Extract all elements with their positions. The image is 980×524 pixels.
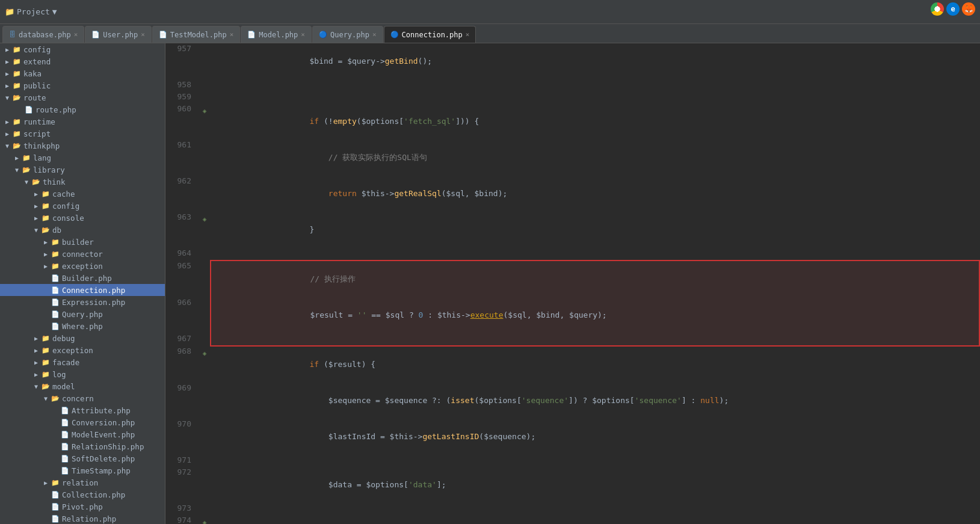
tab-label-model: Model.php [259,31,298,39]
folder-icon-kaka: 📁 [12,69,22,78]
arrow-exception2: ▶ [31,347,41,354]
folder-icon-runtime: 📁 [12,117,22,126]
tree-item-collection-php[interactable]: 📄 Collection.php [0,489,165,501]
tree-item-attribute-php[interactable]: 📄 Attribute.php [0,404,165,416]
tab-user-php[interactable]: 📄 User.php × [85,26,151,43]
code-editor[interactable]: 957 $bind = $query->getBind(); 958 959 [165,43,980,524]
tab-close-database[interactable]: × [74,31,78,39]
tree-item-expression-php[interactable]: 📄 Expression.php [0,296,165,308]
folder-icon-thinkphp: 📂 [12,141,22,150]
tree-item-connection-php[interactable]: 📄 Connection.php [0,284,165,296]
arrow-public: ▶ [2,82,12,89]
tab-connection-php[interactable]: 🔵 Connection.php × [384,26,476,43]
code-token: $bind [536,310,559,319]
label-softdelete-php: SoftDelete.php [72,454,135,463]
tree-item-public[interactable]: ▶ 📁 public [0,79,165,91]
tree-item-debug[interactable]: ▶ 📁 debug [0,332,165,344]
tree-item-runtime[interactable]: ▶ 📁 runtime [0,116,165,128]
tab-icon-connection: 🔵 [390,31,399,39]
code-token: , [527,310,537,319]
folder-icon-connector: 📁 [51,249,60,259]
tree-item-relationship-php[interactable]: 📄 RelationShip.php [0,440,165,452]
icon-connection-php: 📄 [51,285,60,295]
tree-item-script[interactable]: ▶ 📁 script [0,128,165,140]
tree-item-concern[interactable]: ▼ 📂 concern [0,392,165,404]
code-token: = [348,310,357,319]
gutter-974: ◈ [199,515,211,524]
edge-icon[interactable]: e [946,2,960,16]
tree-item-pivot-php[interactable]: 📄 Pivot.php [0,501,165,513]
code-token: $bind [475,189,498,198]
tree-item-conversion-php[interactable]: 📄 Conversion.php [0,416,165,428]
tab-close-query[interactable]: × [372,31,377,39]
tab-close-user[interactable]: × [141,31,145,39]
code-table: 957 $bind = $query->getBind(); 958 959 [165,43,980,524]
arrow-route: ▼ [2,94,12,101]
tree-item-extend[interactable]: ▶ 📁 extend [0,55,165,67]
tree-item-where-php[interactable]: 📄 Where.php [0,320,165,332]
tree-item-kaka[interactable]: ▶ 📁 kaka [0,67,165,79]
tab-testmodel-php[interactable]: 📄 TestModel.php × [152,26,241,43]
tree-item-console[interactable]: ▶ 📁 console [0,212,165,224]
tree-item-lang[interactable]: ▶ 📁 lang [0,152,165,164]
tree-item-relation-php[interactable]: 📄 Relation.php [0,513,165,524]
label-config2: config [52,202,79,211]
tab-close-testmodel[interactable]: × [230,31,234,39]
firefox-icon[interactable]: 🦊 [962,2,975,16]
label-connector: connector [62,250,103,259]
chrome-icon[interactable] [931,2,944,16]
tree-item-timestamp-php[interactable]: 📄 TimeStamp.php [0,464,165,476]
tab-icon-testmodel: 📄 [159,31,167,39]
project-dropdown[interactable]: 📁 Project ▼ [5,7,57,16]
tree-item-exception[interactable]: ▶ 📁 exception [0,260,165,272]
code-token: , [465,189,475,198]
label-exception2: exception [52,346,93,355]
tree-item-model[interactable]: ▼ 📂 model [0,380,165,392]
tree-item-connector[interactable]: ▶ 📁 connector [0,248,165,260]
table-row: 964 [165,248,979,260]
icon-query-php: 📄 [51,309,60,319]
tree-item-route-php[interactable]: 📄 route.php [0,103,165,116]
code-token: ]; [437,480,446,489]
folder-icon-model: 📂 [41,381,51,391]
tab-query-php[interactable]: 🔵 Query.php × [312,26,383,43]
code-token: ? [409,310,419,319]
label-relation-php: Relation.php [62,514,116,523]
tree-item-route[interactable]: ▼ 📂 route [0,91,165,103]
arrow-script: ▶ [2,131,12,137]
tree-item-config[interactable]: ▶ 📁 config [0,43,165,55]
code-content-957: $bind = $query->getBind(); [211,43,979,79]
label-exception: exception [62,262,103,271]
line-number: 965 [165,260,199,297]
folder-icon-route: 📂 [12,93,22,102]
tree-item-builder[interactable]: ▶ 📁 builder [0,236,165,248]
tree-item-thinkphp[interactable]: ▼ 📂 thinkphp [0,140,165,152]
tab-close-model[interactable]: × [301,31,305,39]
arrow-connector: ▶ [41,251,51,257]
tab-database-php[interactable]: 🗄 database.php × [2,26,84,43]
tree-item-softdelete-php[interactable]: 📄 SoftDelete.php [0,452,165,464]
code-token: ?: ( [432,396,451,405]
gutter-964 [199,248,211,260]
label-query-php: Query.php [62,310,103,319]
tree-item-exception2[interactable]: ▶ 📁 exception [0,344,165,356]
tree-item-config2[interactable]: ▶ 📁 config [0,200,165,212]
tree-item-modelevent-php[interactable]: 📄 ModelEvent.php [0,428,165,440]
tree-item-facade[interactable]: ▶ 📁 facade [0,356,165,368]
tab-model-php[interactable]: 📄 Model.php × [241,26,312,43]
tree-item-db[interactable]: ▼ 📂 db [0,224,165,236]
code-token: ] : [682,396,700,405]
tree-item-library[interactable]: ▼ 📂 library [0,164,165,176]
tree-item-think[interactable]: ▼ 📂 think [0,176,165,188]
tab-close-connection[interactable]: × [466,31,470,39]
tree-item-log[interactable]: ▶ 📁 log [0,368,165,380]
icon-modelevent-php: 📄 [60,430,70,439]
tree-item-relation[interactable]: ▶ 📁 relation [0,476,165,489]
tree-item-cache[interactable]: ▶ 📁 cache [0,188,165,200]
code-token: [ [630,396,635,405]
table-row: 960 ◈ if (!empty($options['fetch_sql']))… [165,103,979,140]
table-row: 970 $lastInsId = $this->getLastInsID($se… [165,419,979,455]
table-row: 957 $bind = $query->getBind(); [165,43,979,79]
tree-item-builder-php[interactable]: 📄 Builder.php [0,272,165,284]
tree-item-query-php[interactable]: 📄 Query.php [0,308,165,320]
